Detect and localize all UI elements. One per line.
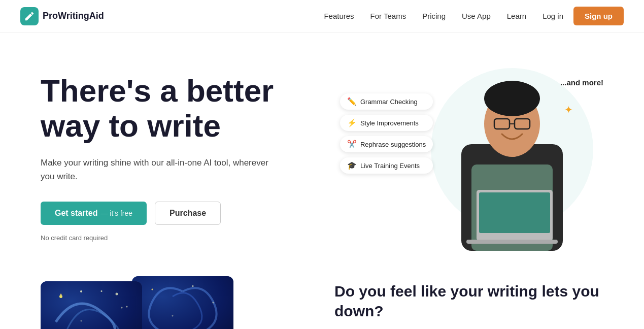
section2: My idea in my head Do you feel like your… bbox=[0, 266, 644, 329]
card-back bbox=[132, 276, 233, 329]
card-front: My idea in my head bbox=[41, 281, 142, 329]
nav-features[interactable]: Features bbox=[324, 12, 354, 20]
nav-learn[interactable]: Learn bbox=[507, 12, 526, 20]
feature-tag-style: ⚡ Style Improvements bbox=[340, 115, 433, 131]
training-icon: 🎓 bbox=[347, 161, 357, 170]
person-illustration bbox=[441, 63, 583, 251]
grammar-icon: ✏️ bbox=[347, 97, 357, 106]
card-stack: My idea in my head bbox=[41, 276, 213, 329]
logo-link[interactable]: ProWritingAid bbox=[20, 7, 104, 25]
hero-illustration: ✏️ Grammar Checking ⚡ Style Improvements… bbox=[350, 63, 603, 246]
nav-actions: Log in Sign up bbox=[543, 7, 624, 25]
starry-night-front bbox=[41, 281, 142, 329]
logo-text: ProWritingAid bbox=[43, 11, 104, 21]
navbar: ProWritingAid Features For Teams Pricing… bbox=[0, 0, 644, 32]
purchase-button[interactable]: Purchase bbox=[155, 202, 221, 225]
nav-use-app[interactable]: Use App bbox=[462, 12, 491, 20]
hero-subtitle: Make your writing shine with our all-in-… bbox=[41, 156, 284, 183]
nav-links: Features For Teams Pricing Use App Learn bbox=[324, 12, 526, 21]
svg-rect-9 bbox=[466, 240, 558, 244]
hero-content: There's a better way to write Make your … bbox=[41, 63, 350, 242]
and-more-text: ...and more! bbox=[560, 78, 603, 87]
section2-title: Do you feel like your writing lets you d… bbox=[334, 281, 616, 321]
feature-tag-grammar: ✏️ Grammar Checking bbox=[340, 93, 433, 110]
gold-star-icon: ✦ bbox=[564, 104, 573, 116]
svg-rect-8 bbox=[479, 192, 550, 233]
logo-icon bbox=[20, 7, 39, 25]
hero-buttons: Get started — it's free Purchase bbox=[41, 202, 350, 225]
pencil-icon bbox=[24, 11, 35, 22]
feature-tags: ✏️ Grammar Checking ⚡ Style Improvements… bbox=[340, 93, 433, 174]
rephrase-icon: ✂️ bbox=[347, 140, 357, 149]
person-svg bbox=[446, 63, 578, 251]
hero-section: There's a better way to write Make your … bbox=[0, 32, 644, 266]
login-link[interactable]: Log in bbox=[543, 12, 563, 20]
get-started-button[interactable]: Get started — it's free bbox=[41, 202, 147, 225]
starry-night-back bbox=[132, 276, 233, 329]
no-credit-card-text: No credit card required bbox=[41, 234, 350, 242]
style-icon: ⚡ bbox=[347, 118, 357, 127]
svg-point-2 bbox=[484, 81, 540, 116]
signup-button[interactable]: Sign up bbox=[573, 7, 624, 25]
feature-tag-training: 🎓 Live Training Events bbox=[340, 157, 433, 174]
hero-title: There's a better way to write bbox=[41, 73, 350, 144]
section2-content: Do you feel like your writing lets you d… bbox=[334, 276, 616, 329]
nav-for-teams[interactable]: For Teams bbox=[370, 12, 406, 20]
nav-pricing[interactable]: Pricing bbox=[422, 12, 446, 20]
card-stack-area: My idea in my head bbox=[41, 276, 294, 329]
feature-tag-rephrase: ✂️ Rephrase suggestions bbox=[340, 136, 433, 152]
